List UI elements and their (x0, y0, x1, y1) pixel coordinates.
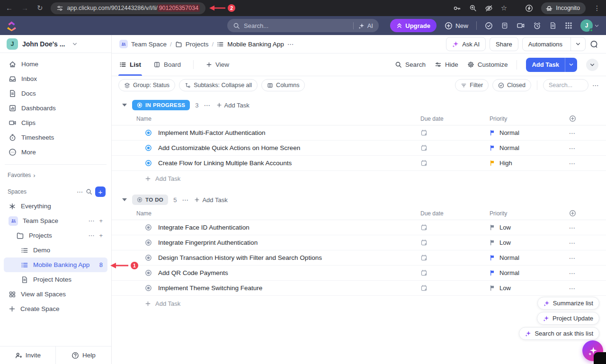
breadcrumb-current-list[interactable]: Mobile Banking App (227, 41, 284, 48)
calendar-plus-icon[interactable] (420, 269, 428, 276)
hide-button[interactable]: Hide (435, 61, 458, 68)
breadcrumb-team-space[interactable]: Team Space (131, 41, 167, 48)
calendar-plus-icon[interactable] (420, 144, 428, 151)
task-name[interactable]: Add QR Code Payments (158, 269, 228, 276)
sidebar-item-create-space[interactable]: Create Space (4, 302, 107, 316)
task-name[interactable]: Integrate Fingerprint Authentication (158, 239, 258, 246)
address-bar[interactable]: app.clickup.com/9012443286/v/l/li/901205… (51, 2, 206, 14)
column-due-date[interactable]: Due date (420, 210, 490, 217)
team-space-add-icon[interactable]: + (99, 217, 103, 224)
add-task-chevron[interactable] (565, 58, 577, 72)
subtasks-pill[interactable]: Subtasks: Collapse all (179, 79, 258, 91)
priority-flag-icon[interactable] (490, 240, 496, 246)
projects-menu-icon[interactable]: ⋯ (88, 232, 94, 239)
eye-off-icon[interactable] (485, 4, 493, 12)
task-menu-icon[interactable]: ⋯ (569, 224, 576, 231)
chevron-down-icon[interactable] (72, 41, 78, 47)
password-key-icon[interactable] (453, 4, 461, 12)
task-name[interactable]: Integrate Face ID Authentication (158, 224, 250, 231)
priority-label[interactable]: Low (499, 239, 511, 246)
calendar-plus-icon[interactable] (420, 224, 428, 231)
notepad-icon[interactable] (501, 22, 508, 29)
zoom-in-icon[interactable] (469, 4, 477, 12)
add-task-row[interactable]: Add Task (112, 171, 606, 186)
projects-add-icon[interactable]: + (99, 232, 103, 239)
sidebar-item-dashboards[interactable]: Dashboards (4, 101, 107, 115)
priority-label[interactable]: Low (499, 224, 511, 231)
task-name[interactable]: Implement Theme Switching Feature (158, 284, 262, 292)
extension-icon[interactable] (525, 4, 533, 12)
add-view-button[interactable]: View (206, 53, 229, 76)
task-row[interactable]: Add QR Code Payments Normal ⋯ (112, 266, 606, 281)
priority-label[interactable]: Normal (499, 254, 519, 261)
automations-button[interactable]: Automations (522, 37, 586, 51)
calendar-plus-icon[interactable] (420, 160, 428, 167)
sidebar-item-clips[interactable]: Clips (4, 115, 107, 130)
bookmark-star-icon[interactable]: ☆ (501, 4, 507, 12)
site-info-icon[interactable] (56, 5, 63, 12)
priority-flag-icon[interactable] (490, 270, 496, 276)
group-menu-icon[interactable]: ⋯ (204, 101, 211, 109)
workspace-switcher[interactable]: J John Doe's ... (0, 35, 111, 53)
add-column-icon[interactable] (569, 115, 576, 122)
customize-button[interactable]: Customize (467, 61, 508, 68)
search-ai-button[interactable]: AI (353, 22, 373, 29)
task-row[interactable]: Add Customizable Quick Actions on Home S… (112, 141, 606, 156)
status-target-icon[interactable] (145, 269, 152, 276)
sidebar-item-mobile-banking-app[interactable]: Mobile Banking App 8 (4, 257, 107, 272)
column-name[interactable]: Name (136, 115, 420, 122)
docs-page-icon[interactable] (549, 22, 557, 29)
status-target-icon[interactable] (145, 239, 152, 246)
sidebar-item-home[interactable]: Home (4, 57, 107, 71)
task-menu-icon[interactable]: ⋯ (569, 254, 576, 262)
status-target-icon[interactable] (145, 160, 152, 167)
sidebar-item-more[interactable]: More (4, 145, 107, 160)
status-target-icon[interactable] (145, 284, 152, 292)
sidebar-item-docs[interactable]: Docs (4, 86, 107, 101)
invite-button[interactable]: Invite (0, 346, 55, 364)
closed-pill[interactable]: Closed (492, 79, 531, 91)
status-badge[interactable]: TO DO (132, 195, 168, 205)
browser-reload-button[interactable]: ↻ (37, 4, 43, 12)
filter-pill[interactable]: Filter (455, 79, 489, 91)
search-tasks-button[interactable]: Search (395, 61, 426, 68)
priority-flag-icon[interactable] (490, 255, 496, 261)
task-row[interactable]: Create Flow for Linking Multiple Bank Ac… (112, 156, 606, 171)
priority-flag-icon[interactable] (490, 285, 496, 291)
sidebar-item-projects-folder[interactable]: Projects ⋯+ (4, 228, 107, 243)
calendar-plus-icon[interactable] (420, 129, 428, 136)
column-name[interactable]: Name (136, 210, 420, 217)
global-search[interactable]: Search... AI (227, 19, 379, 32)
team-space-menu-icon[interactable]: ⋯ (88, 217, 94, 224)
task-row[interactable]: Implement Theme Switching Feature Low ⋯ (112, 281, 606, 296)
group-by-pill[interactable]: Group: Status (118, 79, 175, 91)
apps-grid-icon[interactable] (565, 22, 572, 29)
priority-flag-icon[interactable] (490, 130, 496, 136)
add-task-row[interactable]: Add Task (112, 296, 606, 311)
summarize-list-button[interactable]: Summarize list (537, 297, 599, 310)
task-menu-icon[interactable]: ⋯ (569, 160, 576, 167)
avatar-chevron-down-icon[interactable] (594, 23, 599, 28)
priority-label[interactable]: High (499, 160, 512, 167)
priority-flag-icon[interactable] (490, 224, 496, 231)
task-menu-icon[interactable]: ⋯ (569, 129, 576, 137)
collapse-group-icon[interactable] (122, 198, 127, 201)
priority-flag-icon[interactable] (490, 160, 496, 166)
sidebar-item-inbox[interactable]: Inbox (4, 71, 107, 86)
add-space-button[interactable]: + (95, 186, 106, 197)
breadcrumb-menu-icon[interactable]: ⋯ (287, 40, 294, 48)
tab-board[interactable]: Board (153, 53, 181, 76)
status-target-icon[interactable] (145, 224, 152, 231)
spaces-search-icon[interactable] (86, 188, 92, 195)
task-row[interactable]: Integrate Face ID Authentication Low ⋯ (112, 220, 606, 235)
reminder-clock-icon[interactable] (533, 22, 541, 30)
calendar-plus-icon[interactable] (420, 239, 428, 246)
priority-label[interactable]: Low (499, 284, 511, 292)
sidebar-item-project-notes[interactable]: Project Notes (4, 272, 107, 287)
add-task-button[interactable]: Add Task (526, 58, 577, 72)
help-button[interactable]: Help (55, 346, 111, 364)
task-menu-icon[interactable]: ⋯ (569, 269, 576, 277)
list-search-input[interactable] (543, 79, 588, 91)
task-row[interactable]: Design Transaction History with Filter a… (112, 250, 606, 266)
sidebar-item-timesheets[interactable]: Timesheets (4, 130, 107, 145)
